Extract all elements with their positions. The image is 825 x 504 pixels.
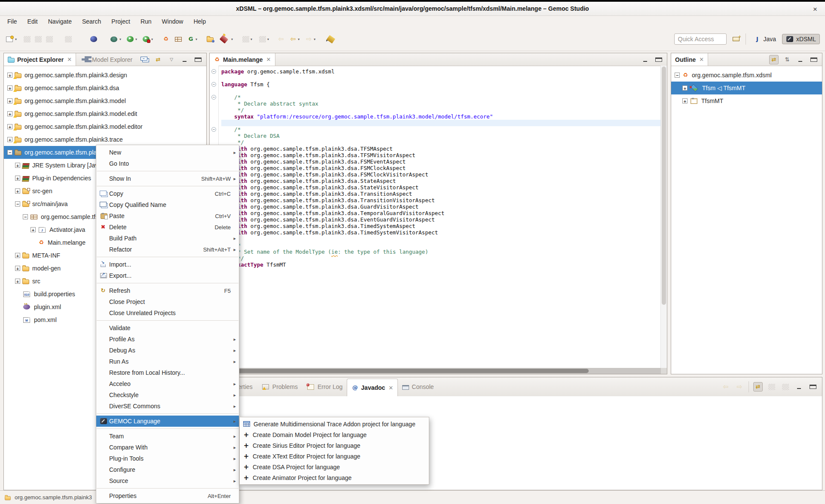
expander-collapsed-icon[interactable]: + bbox=[682, 98, 688, 103]
tree-item-org-gemoc-sample-tfsm-plaink3-model-edit[interactable]: +org.gemoc.sample.tfsm.plaink3.model.edi… bbox=[4, 107, 206, 120]
tree-item-org-gemoc-sample-tfsm-xdsml[interactable]: −♻org.gemoc.sample.tfsm.xdsml bbox=[671, 69, 822, 82]
context-menu-item-paste[interactable]: PasteCtrl+V bbox=[96, 210, 239, 222]
expander-collapsed-icon[interactable]: + bbox=[7, 124, 12, 129]
editor-minimize-button[interactable] bbox=[641, 55, 650, 64]
project-explorer-link-with-editor-button[interactable]: ⇄ bbox=[153, 55, 163, 64]
context-menu-item-copy[interactable]: CopyCtrl+C bbox=[96, 188, 239, 199]
open-perspective-button[interactable] bbox=[731, 34, 741, 44]
submenu-item-create-domain-model-project-for-language[interactable]: +Create Domain Model Project for languag… bbox=[240, 429, 429, 440]
context-menu-item-profile-as[interactable]: Profile As▸ bbox=[96, 334, 239, 345]
perspective-xdsml[interactable]: xDSML bbox=[782, 34, 820, 44]
editor-maximize-button[interactable] bbox=[654, 55, 663, 64]
acceleo-button[interactable] bbox=[89, 33, 98, 45]
tab-javadoc[interactable]: @Javadoc✕ bbox=[347, 379, 398, 396]
generate-all-button[interactable]: G▾ bbox=[186, 33, 198, 45]
quick-access-input[interactable] bbox=[674, 33, 727, 45]
context-menu-item-gemoc-language[interactable]: GEMOC Language▸ bbox=[96, 416, 239, 427]
tree-item-org-gemoc-sample-tfsm-plaink3-dsa[interactable]: +org.gemoc.sample.tfsm.plaink3.dsa bbox=[4, 82, 206, 94]
context-menu-item-copy-qualified-name[interactable]: Copy Qualified Name bbox=[96, 199, 239, 210]
bottom-link-with-editor-button[interactable]: ⇄ bbox=[753, 382, 763, 392]
project-explorer-view-menu-button[interactable]: ▽ bbox=[167, 55, 176, 64]
outline-maximize-button[interactable] bbox=[809, 55, 819, 64]
expander-collapsed-icon[interactable]: + bbox=[15, 163, 20, 168]
context-menu-item-delete[interactable]: ✖DeleteDelete bbox=[96, 222, 239, 233]
tree-item-tfsm-tfsmmt[interactable]: +Tfsm ◁ TfsmMT bbox=[671, 82, 822, 94]
tab-project-explorer[interactable]: Project Explorer✕ bbox=[4, 53, 76, 66]
bottom-minimize-button[interactable] bbox=[794, 382, 804, 392]
expander-collapsed-icon[interactable]: + bbox=[7, 137, 12, 142]
expander-collapsed-icon[interactable]: + bbox=[7, 111, 12, 116]
context-menu-item-run-as[interactable]: Run As▸ bbox=[96, 356, 239, 367]
tab-close-icon[interactable]: ✕ bbox=[67, 56, 72, 63]
context-menu-item-checkstyle[interactable]: Checkstyle▸ bbox=[96, 389, 239, 401]
fold-collapse-icon[interactable]: − bbox=[211, 69, 216, 74]
forward-dropdown-icon[interactable]: ▾ bbox=[314, 37, 315, 41]
mark-occurrences-button[interactable] bbox=[324, 33, 338, 45]
forward-button[interactable]: ⇨▾ bbox=[305, 33, 316, 45]
previous-annotation-dropdown-icon[interactable]: ▾ bbox=[267, 37, 269, 41]
expander-collapsed-icon[interactable]: + bbox=[7, 73, 12, 78]
context-menu-item-diverse-commons[interactable]: DiverSE Commons▸ bbox=[96, 401, 239, 412]
expander-collapsed-icon[interactable]: + bbox=[15, 253, 20, 258]
tab-main-melange[interactable]: ♻Main.melange✕ bbox=[210, 53, 275, 66]
context-menu-item-go-into[interactable]: Go Into bbox=[96, 158, 239, 169]
search-tool-dropdown-icon[interactable]: ▾ bbox=[231, 37, 233, 41]
new-wizard-dropdown-icon[interactable]: ▾ bbox=[15, 37, 17, 41]
outline-minimize-button[interactable] bbox=[796, 55, 805, 64]
tree-item-tfsmmt[interactable]: +TfsmMT bbox=[671, 94, 822, 107]
context-menu-item-plug-in-tools[interactable]: Plug-in Tools▸ bbox=[96, 453, 239, 464]
menu-file[interactable]: File bbox=[3, 17, 22, 26]
menu-run[interactable]: Run bbox=[136, 17, 156, 26]
debug-dropdown-icon[interactable]: ▾ bbox=[119, 37, 121, 41]
vertical-scrollbar-thumb[interactable] bbox=[662, 67, 666, 305]
context-menu-item-restore-from-local-history[interactable]: Restore from Local History... bbox=[96, 367, 239, 378]
tab-close-icon[interactable]: ✕ bbox=[388, 385, 393, 391]
menu-search[interactable]: Search bbox=[77, 17, 106, 26]
expander-collapsed-icon[interactable]: + bbox=[15, 176, 20, 181]
expander-collapsed-icon[interactable]: + bbox=[15, 266, 20, 271]
submenu-item-create-dsa-project-for-language[interactable]: +Create DSA Project for language bbox=[240, 461, 429, 472]
expander-expanded-icon[interactable]: − bbox=[15, 201, 20, 206]
submenu-item-generate-multidimensional-trace-addon-project-for-language[interactable]: Generate Multidimensional Trace Addon pr… bbox=[240, 419, 429, 429]
context-menu-item-show-in[interactable]: Show InShift+Alt+W▸ bbox=[96, 173, 239, 184]
editor-horizontal-scrollbar[interactable] bbox=[210, 368, 661, 374]
submenu-item-create-sirius-editor-project-for-language[interactable]: +Create Sirius Editor Project for langua… bbox=[240, 440, 429, 451]
project-explorer-minimize-button[interactable] bbox=[180, 55, 189, 64]
outline-link-with-editor-button[interactable]: ⇄ bbox=[769, 55, 779, 64]
run-external-tools-button[interactable]: ▾ bbox=[141, 33, 154, 45]
editor-vertical-scrollbar[interactable] bbox=[660, 66, 667, 368]
project-explorer-collapse-all-button[interactable] bbox=[140, 55, 150, 64]
tab-close-icon[interactable]: ✕ bbox=[266, 56, 271, 63]
horizontal-scrollbar-thumb[interactable] bbox=[211, 369, 589, 373]
context-menu-item-validate[interactable]: Validate bbox=[96, 322, 239, 334]
tree-item-org-gemoc-sample-tfsm-plaink3-design[interactable]: +org.gemoc.sample.tfsm.plaink3.design bbox=[4, 69, 206, 82]
outline-sort-button[interactable]: ⇅ bbox=[782, 55, 792, 64]
tab-error-log[interactable]: Error Log bbox=[302, 377, 347, 396]
search-tool-button[interactable]: ▾ bbox=[217, 33, 234, 45]
tab-outline[interactable]: Outline✕ bbox=[671, 53, 708, 66]
expander-collapsed-icon[interactable]: + bbox=[7, 98, 12, 103]
context-menu-item-close-unrelated-projects[interactable]: Close Unrelated Projects bbox=[96, 307, 239, 319]
context-menu-item-acceleo[interactable]: Acceleo▸ bbox=[96, 378, 239, 389]
menu-navigate[interactable]: Navigate bbox=[43, 17, 76, 26]
context-menu-item-team[interactable]: Team▸ bbox=[96, 431, 239, 442]
tab-console[interactable]: Console bbox=[398, 377, 438, 396]
context-menu-item-compare-with[interactable]: Compare With▸ bbox=[96, 442, 239, 453]
tree-item-org-gemoc-sample-tfsm-plaink3-trace[interactable]: +org.gemoc.sample.tfsm.plaink3.trace bbox=[4, 133, 206, 146]
expander-expanded-icon[interactable]: − bbox=[23, 214, 28, 219]
context-menu-item-source[interactable]: Source▸ bbox=[96, 475, 239, 486]
fold-collapse-icon[interactable]: − bbox=[211, 127, 216, 132]
last-edit-location-button[interactable]: ⇦ bbox=[277, 33, 285, 45]
context-menu-item-close-project[interactable]: Close Project bbox=[96, 296, 239, 307]
bottom-back-history-button[interactable]: ⇦ bbox=[721, 382, 730, 392]
tree-item-org-gemoc-sample-tfsm-plaink3-model[interactable]: +org.gemoc.sample.tfsm.plaink3.model bbox=[4, 94, 206, 107]
back-dropdown-icon[interactable]: ▾ bbox=[298, 37, 299, 41]
bottom-maximize-button[interactable] bbox=[808, 382, 818, 392]
context-menu-item-new[interactable]: New▸ bbox=[96, 147, 239, 158]
context-menu-item-import[interactable]: Import... bbox=[96, 259, 239, 270]
debug-button[interactable]: ▾ bbox=[109, 33, 122, 45]
context-menu-item-refresh[interactable]: ↻RefreshF5 bbox=[96, 285, 239, 296]
expander-collapsed-icon[interactable]: + bbox=[31, 227, 36, 232]
expander-collapsed-icon[interactable]: + bbox=[15, 188, 20, 194]
expander-collapsed-icon[interactable]: + bbox=[15, 279, 20, 284]
